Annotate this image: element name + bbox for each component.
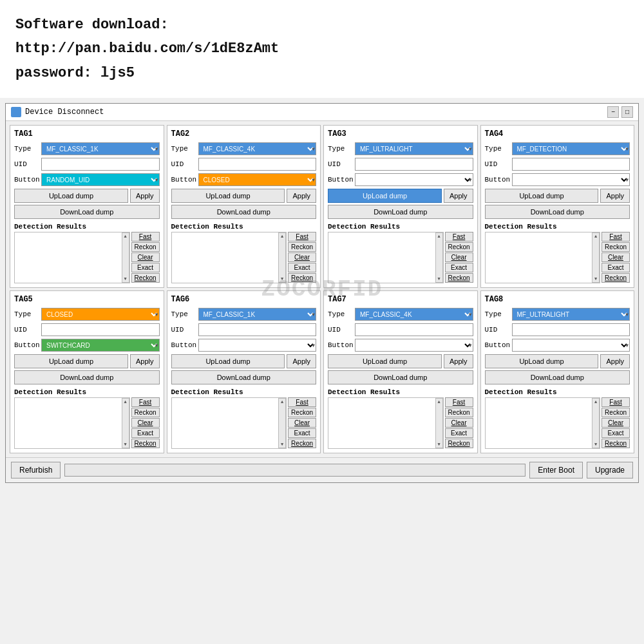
- type-select-wrapper-tag6[interactable]: MF_CLASSIC_1K: [198, 308, 317, 321]
- scroll-down-tag2[interactable]: ▼: [281, 276, 283, 281]
- button-select-tag4[interactable]: [512, 173, 630, 186]
- scroll-down-tag8[interactable]: ▼: [594, 442, 597, 447]
- upload-button-tag8[interactable]: UpLoad dump: [485, 354, 599, 368]
- det-btn-tag8-3[interactable]: Exact: [601, 428, 630, 438]
- button-select-tag1[interactable]: RANDOM_UID: [41, 173, 160, 186]
- maximize-button[interactable]: □: [621, 106, 633, 118]
- type-select-tag7[interactable]: MF_CLASSIC_4K: [355, 308, 473, 321]
- det-btn-tag3-2[interactable]: Clear: [445, 252, 473, 262]
- det-btn-tag7-0[interactable]: Fast: [445, 397, 473, 407]
- download-button-tag1[interactable]: DownLoad dump: [14, 205, 160, 219]
- upgrade-button[interactable]: Upgrade: [587, 462, 633, 478]
- scroll-up-tag5[interactable]: ▲: [124, 399, 126, 404]
- type-select-tag2[interactable]: MF_CLASSIC_4K: [198, 142, 317, 155]
- upload-button-tag6[interactable]: UpLoad dump: [171, 354, 285, 368]
- upload-button-tag4[interactable]: UpLoad dump: [485, 189, 599, 203]
- uid-input-tag7[interactable]: [355, 323, 473, 336]
- det-btn-tag1-2[interactable]: Clear: [131, 252, 160, 262]
- det-btn-tag5-2[interactable]: Clear: [131, 418, 160, 428]
- det-btn-tag4-1[interactable]: Reckon: [601, 242, 630, 252]
- button-select-wrapper-tag5[interactable]: SWITCHCARD: [41, 339, 160, 352]
- det-btn-tag2-2[interactable]: Clear: [288, 252, 316, 262]
- uid-input-tag5[interactable]: [41, 323, 160, 336]
- upload-button-tag1[interactable]: UpLoad dump: [14, 189, 128, 203]
- type-select-tag8[interactable]: MF_ULTRALIGHT: [512, 308, 630, 321]
- det-btn-tag5-4[interactable]: Reckon: [131, 439, 160, 448]
- det-btn-tag6-4[interactable]: Reckon: [288, 439, 316, 448]
- scroll-up-tag3[interactable]: ▲: [437, 234, 440, 239]
- button-select-tag6[interactable]: [198, 339, 317, 352]
- upload-button-tag5[interactable]: UpLoad dump: [14, 354, 128, 368]
- type-select-tag6[interactable]: MF_CLASSIC_1K: [198, 308, 317, 321]
- type-select-wrapper-tag1[interactable]: MF_CLASSIC_1K: [41, 142, 160, 155]
- det-btn-tag3-3[interactable]: Exact: [445, 263, 473, 272]
- apply-button-tag8[interactable]: Apply: [600, 354, 630, 368]
- det-btn-tag2-1[interactable]: Reckon: [288, 242, 316, 252]
- scroll-down-tag4[interactable]: ▼: [594, 276, 597, 281]
- refurbish-button[interactable]: Refurbish: [11, 462, 61, 478]
- scroll-up-tag8[interactable]: ▲: [594, 399, 597, 404]
- scroll-up-tag7[interactable]: ▲: [437, 399, 440, 404]
- download-button-tag4[interactable]: DownLoad dump: [485, 205, 630, 219]
- scroll-down-tag7[interactable]: ▼: [437, 442, 440, 447]
- det-btn-tag8-2[interactable]: Clear: [601, 418, 630, 428]
- button-select-wrapper-tag2[interactable]: CLOSED: [198, 173, 317, 186]
- download-button-tag3[interactable]: DownLoad dump: [328, 205, 473, 219]
- type-select-wrapper-tag8[interactable]: MF_ULTRALIGHT: [512, 308, 630, 321]
- det-btn-tag7-3[interactable]: Exact: [445, 428, 473, 438]
- apply-button-tag7[interactable]: Apply: [444, 354, 473, 368]
- uid-input-tag8[interactable]: [512, 323, 630, 336]
- download-button-tag6[interactable]: DownLoad dump: [171, 370, 317, 384]
- download-button-tag8[interactable]: DownLoad dump: [485, 370, 630, 384]
- button-select-wrapper-tag3[interactable]: [355, 173, 473, 186]
- det-btn-tag7-1[interactable]: Reckon: [445, 408, 473, 417]
- det-btn-tag6-1[interactable]: Reckon: [288, 408, 316, 417]
- button-select-tag8[interactable]: [512, 339, 630, 352]
- det-btn-tag3-4[interactable]: Reckon: [445, 273, 473, 283]
- det-btn-tag1-4[interactable]: Reckon: [131, 273, 160, 283]
- minimize-button[interactable]: −: [607, 106, 619, 118]
- uid-input-tag3[interactable]: [355, 158, 473, 171]
- det-btn-tag4-0[interactable]: Fast: [601, 232, 630, 242]
- enter-boot-button[interactable]: Enter Boot: [529, 462, 583, 478]
- det-btn-tag6-3[interactable]: Exact: [288, 428, 316, 438]
- type-select-tag1[interactable]: MF_CLASSIC_1K: [41, 142, 160, 155]
- det-btn-tag4-4[interactable]: Reckon: [601, 273, 630, 283]
- det-btn-tag5-0[interactable]: Fast: [131, 397, 160, 407]
- type-select-wrapper-tag2[interactable]: MF_CLASSIC_4K: [198, 142, 317, 155]
- det-btn-tag2-0[interactable]: Fast: [288, 232, 316, 242]
- det-btn-tag7-2[interactable]: Clear: [445, 418, 473, 428]
- uid-input-tag6[interactable]: [198, 323, 317, 336]
- type-select-wrapper-tag4[interactable]: MF_DETECTION: [512, 142, 630, 155]
- type-select-tag5[interactable]: CLOSED: [41, 308, 160, 321]
- apply-button-tag3[interactable]: Apply: [444, 189, 473, 203]
- upload-button-tag7[interactable]: UpLoad dump: [328, 354, 442, 368]
- det-btn-tag1-0[interactable]: Fast: [131, 232, 160, 242]
- apply-button-tag2[interactable]: Apply: [287, 189, 316, 203]
- det-btn-tag6-2[interactable]: Clear: [288, 418, 316, 428]
- scroll-down-tag6[interactable]: ▼: [281, 442, 283, 447]
- scroll-down-tag5[interactable]: ▼: [124, 442, 126, 447]
- button-select-wrapper-tag6[interactable]: [198, 339, 317, 352]
- det-btn-tag5-3[interactable]: Exact: [131, 428, 160, 438]
- upload-button-tag3[interactable]: UpLoad dump: [328, 189, 442, 203]
- apply-button-tag1[interactable]: Apply: [130, 189, 160, 203]
- det-btn-tag2-4[interactable]: Reckon: [288, 273, 316, 283]
- scroll-up-tag4[interactable]: ▲: [594, 234, 597, 239]
- type-select-wrapper-tag3[interactable]: MF_ULTRALIGHT: [355, 142, 473, 155]
- download-button-tag2[interactable]: DownLoad dump: [171, 205, 317, 219]
- button-select-tag3[interactable]: [355, 173, 473, 186]
- download-button-tag5[interactable]: DownLoad dump: [14, 370, 160, 384]
- button-select-tag5[interactable]: SWITCHCARD: [41, 339, 160, 352]
- scroll-up-tag1[interactable]: ▲: [124, 234, 126, 239]
- apply-button-tag4[interactable]: Apply: [600, 189, 630, 203]
- button-select-tag2[interactable]: CLOSED: [198, 173, 317, 186]
- download-button-tag7[interactable]: DownLoad dump: [328, 370, 473, 384]
- button-select-wrapper-tag7[interactable]: [355, 339, 473, 352]
- det-btn-tag2-3[interactable]: Exact: [288, 263, 316, 272]
- apply-button-tag6[interactable]: Apply: [287, 354, 316, 368]
- det-btn-tag8-1[interactable]: Reckon: [601, 408, 630, 417]
- scroll-down-tag1[interactable]: ▼: [124, 276, 126, 281]
- det-btn-tag3-0[interactable]: Fast: [445, 232, 473, 242]
- scroll-up-tag2[interactable]: ▲: [281, 234, 283, 239]
